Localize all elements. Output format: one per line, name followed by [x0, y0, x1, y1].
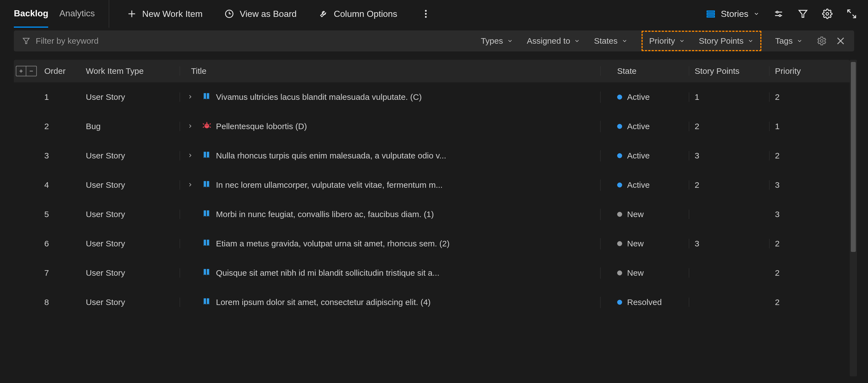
cell-priority: 2	[769, 268, 850, 278]
col-header-points[interactable]: Story Points	[689, 66, 769, 76]
title-text: Vivamus ultricies lacus blandit malesuad…	[216, 92, 422, 102]
cell-title[interactable]: Quisque sit amet nibh id mi blandit soll…	[180, 268, 600, 279]
more-actions-button[interactable]	[421, 8, 431, 19]
filter-assigned-to[interactable]: Assigned to	[527, 36, 580, 46]
expand-chevron-icon[interactable]	[187, 151, 193, 161]
state-text: Resolved	[627, 298, 662, 307]
cell-priority: 2	[769, 151, 850, 161]
svg-point-28	[207, 125, 208, 126]
filter-chips: Types Assigned to States Priority Story …	[481, 31, 803, 51]
col-header-state[interactable]: State	[600, 66, 689, 76]
table-row[interactable]: 2 Bug Pellentesque lobortis (D) Active 2…	[14, 112, 850, 141]
cell-state: Active	[600, 122, 689, 131]
cell-type: User Story	[86, 298, 180, 307]
cell-state: New	[600, 210, 689, 219]
cell-type: User Story	[86, 92, 180, 102]
view-tabs: Backlog Analytics	[14, 0, 109, 28]
cell-order: 1	[39, 92, 86, 102]
cell-priority: 1	[769, 122, 850, 131]
close-filter-button[interactable]	[835, 36, 846, 46]
cell-order: 4	[39, 180, 86, 190]
scroll-thumb[interactable]	[851, 62, 856, 252]
grid-wrap: + − Order Work Item Type Title State Sto…	[14, 60, 857, 376]
tab-analytics[interactable]: Analytics	[59, 0, 95, 28]
col-header-priority[interactable]: Priority	[769, 66, 850, 76]
expand-chevron-icon[interactable]	[187, 92, 193, 102]
col-header-type[interactable]: Work Item Type	[86, 66, 180, 76]
settings-button[interactable]	[822, 8, 833, 19]
filter-priority[interactable]: Priority	[649, 36, 685, 46]
svg-point-11	[776, 11, 778, 13]
cell-title[interactable]: In nec lorem ullamcorper, vulputate veli…	[180, 179, 600, 191]
svg-line-16	[852, 15, 856, 18]
title-text: Quisque sit amet nibh id mi blandit soll…	[216, 268, 439, 278]
enter-fullscreen-icon	[846, 8, 857, 19]
table-row[interactable]: 1 User Story Vivamus ultricies lacus bla…	[14, 82, 850, 112]
expand-chevron-icon[interactable]	[187, 180, 193, 190]
cell-title[interactable]: Vivamus ultricies lacus blandit malesuad…	[180, 92, 600, 103]
stories-icon	[706, 9, 716, 19]
cell-state: Resolved	[600, 298, 689, 307]
story-icon	[202, 179, 212, 191]
state-dot-icon	[617, 95, 622, 100]
cell-title[interactable]: Pellentesque lobortis (D)	[180, 121, 600, 132]
svg-marker-13	[799, 10, 807, 17]
state-text: Active	[627, 122, 650, 131]
vertical-scrollbar[interactable]	[850, 60, 857, 376]
svg-line-23	[203, 123, 204, 124]
svg-point-5	[425, 16, 427, 18]
col-header-order[interactable]: Order	[39, 66, 86, 76]
svg-marker-17	[23, 38, 29, 43]
chevron-down-icon	[679, 38, 685, 44]
backlog-level-selector[interactable]: Stories	[706, 9, 760, 19]
filter-keyword-input[interactable]	[36, 36, 473, 46]
filter-story-points[interactable]: Story Points	[699, 36, 754, 46]
filter-story-points-label: Story Points	[699, 36, 744, 46]
cell-title[interactable]: Etiam a metus gravida, volutpat urna sit…	[180, 238, 600, 249]
expand-chevron-icon[interactable]	[187, 122, 193, 131]
col-header-title[interactable]: Title	[180, 66, 600, 76]
cell-type: User Story	[86, 151, 180, 161]
cell-type: User Story	[86, 210, 180, 219]
expand-all-icon: +	[16, 66, 26, 76]
title-text: Morbi in nunc feugiat, convallis libero …	[216, 210, 434, 219]
state-text: Active	[627, 151, 650, 161]
tab-backlog[interactable]: Backlog	[14, 0, 48, 28]
filter-types[interactable]: Types	[481, 36, 513, 46]
story-icon	[202, 238, 212, 249]
cell-priority: 2	[769, 92, 850, 102]
cell-title[interactable]: Nulla rhoncus turpis quis enim malesuada…	[180, 150, 600, 162]
svg-rect-8	[707, 16, 715, 18]
cell-title[interactable]: Morbi in nunc feugiat, convallis libero …	[180, 209, 600, 220]
svg-point-12	[779, 15, 781, 16]
filter-tags[interactable]: Tags	[775, 36, 803, 46]
column-options-button[interactable]: Column Options	[314, 6, 401, 22]
table-row[interactable]: 8 User Story Lorem ipsum dolor sit amet,…	[14, 288, 850, 317]
gear-icon	[822, 8, 833, 19]
fullscreen-button[interactable]	[846, 8, 857, 19]
svg-line-15	[848, 10, 851, 13]
table-row[interactable]: 5 User Story Morbi in nunc feugiat, conv…	[14, 200, 850, 229]
cell-state: Active	[600, 180, 689, 190]
filter-toggle-button[interactable]	[798, 8, 808, 19]
new-work-item-button[interactable]: New Work Item	[123, 6, 207, 22]
table-row[interactable]: 7 User Story Quisque sit amet nibh id mi…	[14, 258, 850, 288]
cell-title[interactable]: Lorem ipsum dolor sit amet, consectetur …	[180, 297, 600, 308]
svg-point-4	[425, 13, 427, 15]
view-options-button[interactable]	[773, 8, 784, 19]
table-row[interactable]: 4 User Story In nec lorem ullamcorper, v…	[14, 170, 850, 200]
filter-settings-button[interactable]	[816, 36, 827, 46]
state-text: New	[627, 268, 644, 278]
cell-order: 8	[39, 298, 86, 307]
view-as-board-button[interactable]: View as Board	[220, 6, 301, 22]
story-icon	[202, 268, 212, 279]
svg-rect-6	[707, 11, 715, 12]
table-row[interactable]: 3 User Story Nulla rhoncus turpis quis e…	[14, 141, 850, 170]
state-dot-icon	[617, 212, 622, 217]
cell-priority: 3	[769, 180, 850, 190]
title-text: Nulla rhoncus turpis quis enim malesuada…	[216, 151, 446, 161]
filter-states[interactable]: States	[594, 36, 627, 46]
expand-collapse-all[interactable]: + −	[14, 66, 39, 76]
table-row[interactable]: 6 User Story Etiam a metus gravida, volu…	[14, 229, 850, 258]
grid-header: + − Order Work Item Type Title State Sto…	[14, 60, 850, 82]
